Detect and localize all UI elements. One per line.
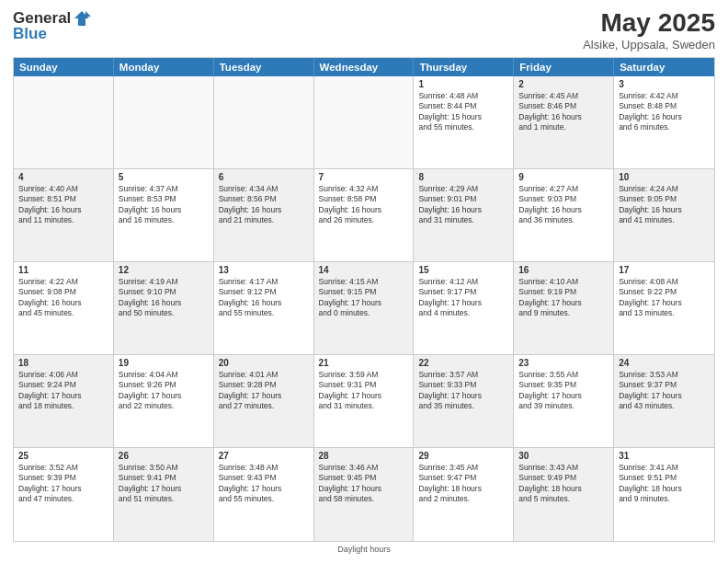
cell-line: Sunset: 9:05 PM bbox=[619, 194, 710, 204]
cell-line: Sunset: 9:49 PM bbox=[518, 473, 609, 483]
day-number: 3 bbox=[619, 79, 710, 89]
cell-line: Daylight: 16 hours bbox=[119, 298, 209, 308]
day-number: 15 bbox=[418, 265, 508, 275]
cell-line: Daylight: 17 hours bbox=[18, 484, 108, 494]
cell-line: Daylight: 18 hours bbox=[418, 484, 508, 494]
cal-cell: 31Sunrise: 3:41 AMSunset: 9:51 PMDayligh… bbox=[614, 448, 714, 541]
cell-line: Daylight: 17 hours bbox=[319, 391, 409, 401]
cell-line: Sunrise: 4:29 AM bbox=[418, 184, 508, 194]
logo-blue-text: Blue bbox=[13, 26, 91, 43]
cell-line: Sunset: 8:56 PM bbox=[219, 194, 309, 204]
cal-cell: 30Sunrise: 3:43 AMSunset: 9:49 PMDayligh… bbox=[514, 448, 614, 541]
cal-header-cell: Wednesday bbox=[314, 58, 415, 76]
cell-line: Daylight: 16 hours bbox=[418, 205, 508, 215]
cell-line: Daylight: 17 hours bbox=[619, 298, 710, 308]
cal-cell: 18Sunrise: 4:06 AMSunset: 9:24 PMDayligh… bbox=[14, 355, 114, 447]
cal-cell: 13Sunrise: 4:17 AMSunset: 9:12 PMDayligh… bbox=[214, 262, 314, 354]
cal-cell: 16Sunrise: 4:10 AMSunset: 9:19 PMDayligh… bbox=[514, 262, 614, 354]
day-number: 4 bbox=[18, 172, 108, 182]
cell-line: Sunrise: 4:37 AM bbox=[119, 184, 209, 194]
cell-line: Sunset: 9:01 PM bbox=[418, 194, 508, 204]
cell-line: and 50 minutes. bbox=[119, 308, 209, 318]
cell-line: and 4 minutes. bbox=[418, 308, 508, 318]
day-number: 13 bbox=[219, 265, 309, 275]
day-number: 21 bbox=[319, 358, 409, 368]
cell-line: Sunrise: 4:17 AM bbox=[219, 277, 309, 287]
cal-cell bbox=[214, 76, 314, 168]
cell-line: Sunrise: 4:42 AM bbox=[619, 91, 710, 101]
cal-week: 11Sunrise: 4:22 AMSunset: 9:08 PMDayligh… bbox=[14, 262, 714, 355]
day-number: 27 bbox=[219, 451, 309, 461]
day-number: 18 bbox=[18, 358, 108, 368]
cell-line: Sunrise: 3:43 AM bbox=[518, 463, 609, 473]
day-number: 6 bbox=[219, 172, 309, 182]
cell-line: Sunrise: 4:19 AM bbox=[119, 277, 209, 287]
cell-line: Sunrise: 4:15 AM bbox=[319, 277, 409, 287]
cal-week: 25Sunrise: 3:52 AMSunset: 9:39 PMDayligh… bbox=[14, 448, 714, 541]
day-number: 28 bbox=[319, 451, 409, 461]
cal-header-cell: Saturday bbox=[614, 58, 714, 76]
calendar-body: 1Sunrise: 4:48 AMSunset: 8:44 PMDaylight… bbox=[14, 76, 714, 541]
cell-line: and 2 minutes. bbox=[418, 494, 508, 504]
header: General Blue May 2025 Alsike, Uppsala, S… bbox=[13, 9, 715, 52]
cell-line: Daylight: 16 hours bbox=[219, 298, 309, 308]
cell-line: and 35 minutes. bbox=[418, 401, 508, 411]
day-number: 1 bbox=[418, 79, 508, 89]
cell-line: Daylight: 16 hours bbox=[518, 205, 609, 215]
cal-week: 4Sunrise: 4:40 AMSunset: 8:51 PMDaylight… bbox=[14, 169, 714, 262]
cell-line: and 9 minutes. bbox=[619, 494, 710, 504]
cell-line: Daylight: 17 hours bbox=[319, 298, 409, 308]
logo: General Blue bbox=[13, 9, 91, 43]
cell-line: Sunset: 9:08 PM bbox=[18, 287, 108, 297]
cell-line: Sunrise: 3:55 AM bbox=[518, 370, 609, 380]
cell-line: Daylight: 17 hours bbox=[18, 391, 108, 401]
cell-line: Sunrise: 4:32 AM bbox=[319, 184, 409, 194]
cell-line: Sunrise: 3:59 AM bbox=[319, 370, 409, 380]
day-number: 12 bbox=[119, 265, 209, 275]
cell-line: and 31 minutes. bbox=[418, 215, 508, 225]
logo-icon bbox=[73, 9, 91, 28]
day-number: 2 bbox=[518, 79, 609, 89]
cell-line: Sunset: 9:22 PM bbox=[619, 287, 710, 297]
cell-line: Sunrise: 3:41 AM bbox=[619, 463, 710, 473]
cal-cell: 17Sunrise: 4:08 AMSunset: 9:22 PMDayligh… bbox=[614, 262, 714, 354]
cal-cell: 11Sunrise: 4:22 AMSunset: 9:08 PMDayligh… bbox=[14, 262, 114, 354]
cell-line: Sunrise: 3:50 AM bbox=[119, 463, 209, 473]
cal-cell: 14Sunrise: 4:15 AMSunset: 9:15 PMDayligh… bbox=[314, 262, 415, 354]
cell-line: Sunrise: 3:46 AM bbox=[319, 463, 409, 473]
cell-line: Daylight: 16 hours bbox=[619, 112, 710, 122]
cell-line: and 41 minutes. bbox=[619, 215, 710, 225]
cell-line: Sunrise: 4:12 AM bbox=[418, 277, 508, 287]
cell-line: Sunset: 9:28 PM bbox=[219, 380, 309, 390]
calendar-header: SundayMondayTuesdayWednesdayThursdayFrid… bbox=[14, 58, 714, 76]
cell-line: Sunset: 9:45 PM bbox=[319, 473, 409, 483]
cell-line: Sunset: 9:51 PM bbox=[619, 473, 710, 483]
cal-cell bbox=[314, 76, 415, 168]
day-number: 11 bbox=[18, 265, 108, 275]
day-number: 14 bbox=[319, 265, 409, 275]
footer-note: Daylight hours bbox=[13, 542, 715, 554]
cell-line: Sunset: 8:53 PM bbox=[119, 194, 209, 204]
cell-line: and 31 minutes. bbox=[319, 401, 409, 411]
cal-week: 18Sunrise: 4:06 AMSunset: 9:24 PMDayligh… bbox=[14, 355, 714, 448]
cal-cell: 2Sunrise: 4:45 AMSunset: 8:46 PMDaylight… bbox=[514, 76, 614, 168]
day-number: 31 bbox=[619, 451, 710, 461]
cal-week: 1Sunrise: 4:48 AMSunset: 8:44 PMDaylight… bbox=[14, 76, 714, 169]
day-number: 20 bbox=[219, 358, 309, 368]
cell-line: and 55 minutes. bbox=[418, 122, 508, 132]
cell-line: and 36 minutes. bbox=[518, 215, 609, 225]
title-block: May 2025 Alsike, Uppsala, Sweden bbox=[583, 9, 715, 52]
cell-line: Daylight: 16 hours bbox=[18, 205, 108, 215]
cal-header-cell: Friday bbox=[514, 58, 614, 76]
cell-line: Sunrise: 4:34 AM bbox=[219, 184, 309, 194]
day-number: 16 bbox=[518, 265, 609, 275]
cell-line: and 21 minutes. bbox=[219, 215, 309, 225]
cell-line: Daylight: 16 hours bbox=[18, 298, 108, 308]
cell-line: Sunrise: 3:53 AM bbox=[619, 370, 710, 380]
cell-line: Sunset: 8:48 PM bbox=[619, 101, 710, 111]
cell-line: Sunrise: 3:52 AM bbox=[18, 463, 108, 473]
location: Alsike, Uppsala, Sweden bbox=[583, 38, 715, 52]
cell-line: Sunrise: 3:48 AM bbox=[219, 463, 309, 473]
cell-line: Sunset: 9:41 PM bbox=[119, 473, 209, 483]
cell-line: Sunset: 8:44 PM bbox=[418, 101, 508, 111]
